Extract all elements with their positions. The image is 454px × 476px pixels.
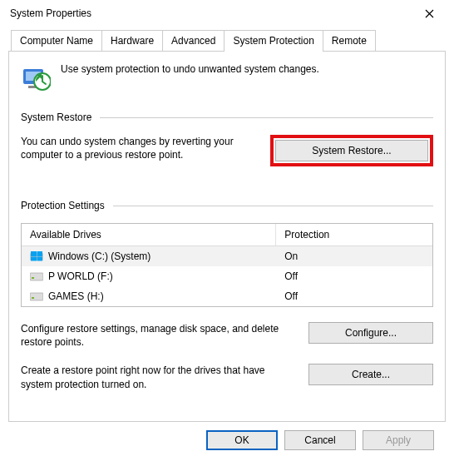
configure-row: Configure restore settings, manage disk … (21, 322, 433, 349)
close-icon (425, 9, 434, 18)
windows-drive-icon (30, 251, 43, 261)
hdd-icon (30, 271, 43, 281)
svg-rect-6 (37, 251, 43, 256)
svg-rect-11 (30, 293, 43, 300)
ok-button[interactable]: OK (206, 430, 278, 450)
drive-name: P WORLD (F:) (48, 270, 113, 282)
svg-rect-7 (31, 257, 37, 261)
section-system-restore: System Restore (21, 112, 433, 123)
apply-button[interactable]: Apply (363, 430, 434, 450)
system-restore-heading: System Restore (21, 112, 91, 123)
table-header: Available Drives Protection (22, 224, 432, 246)
table-row[interactable]: GAMES (H:) Off (22, 286, 432, 306)
system-restore-button[interactable]: System Restore... (275, 140, 428, 161)
tab-system-protection[interactable]: System Protection (224, 30, 323, 52)
window-title: System Properties (10, 7, 411, 19)
tab-advanced[interactable]: Advanced (162, 30, 225, 51)
protection-settings-heading: Protection Settings (21, 200, 105, 211)
svg-rect-12 (32, 297, 34, 299)
tab-remote[interactable]: Remote (323, 30, 376, 51)
restore-description: You can undo system changes by reverting… (21, 135, 250, 161)
intro-text: Use system protection to undo unwanted s… (61, 63, 319, 93)
drive-name: GAMES (H:) (48, 290, 104, 302)
tab-panel: Use system protection to undo unwanted s… (8, 51, 446, 422)
intro-row: Use system protection to undo unwanted s… (21, 63, 433, 93)
svg-rect-9 (30, 273, 43, 280)
create-button[interactable]: Create... (308, 364, 433, 385)
svg-rect-10 (32, 277, 34, 279)
close-button[interactable] (411, 1, 447, 26)
drive-protection: Off (276, 286, 432, 306)
cancel-button[interactable]: Cancel (284, 430, 356, 450)
svg-rect-5 (31, 251, 37, 256)
table-row[interactable]: Windows (C:) (System) On (22, 246, 432, 266)
tab-hardware[interactable]: Hardware (101, 30, 163, 51)
divider (100, 117, 433, 118)
tab-computer-name[interactable]: Computer Name (11, 30, 102, 51)
col-header-drives[interactable]: Available Drives (22, 224, 276, 245)
create-row: Create a restore point right now for the… (21, 364, 433, 390)
drive-name: Windows (C:) (System) (48, 250, 151, 262)
drives-table: Available Drives Protection Windows (C:)… (21, 223, 433, 307)
svg-rect-8 (37, 257, 43, 261)
system-protection-icon (21, 63, 51, 93)
hdd-icon (30, 291, 43, 301)
drive-protection: On (276, 246, 432, 266)
divider (113, 206, 433, 206)
tab-strip: Computer Name Hardware Advanced System P… (8, 30, 446, 51)
restore-row: You can undo system changes by reverting… (21, 135, 433, 166)
dialog-buttons: OK Cancel Apply (8, 422, 446, 450)
table-row[interactable]: P WORLD (F:) Off (22, 266, 432, 286)
titlebar: System Properties (0, 0, 454, 27)
create-description: Create a restore point right now for the… (21, 364, 289, 390)
configure-button[interactable]: Configure... (308, 322, 433, 344)
client-area: Computer Name Hardware Advanced System P… (0, 27, 454, 459)
drive-protection: Off (276, 266, 432, 286)
col-header-protection[interactable]: Protection (276, 224, 432, 245)
section-protection-settings: Protection Settings (21, 200, 433, 211)
highlight-frame: System Restore... (270, 135, 433, 166)
configure-description: Configure restore settings, manage disk … (21, 322, 289, 349)
